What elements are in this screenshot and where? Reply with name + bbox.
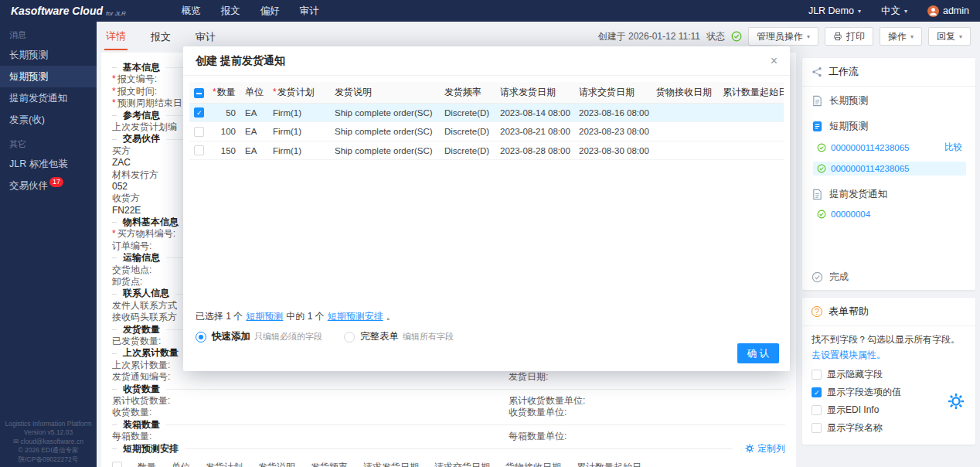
option-show-hidden-fields[interactable]: 显示隐藏字段 — [802, 366, 975, 383]
workflow-step-label: 长期预测 — [829, 94, 868, 107]
user-menu[interactable]: admin — [927, 5, 969, 17]
created-at-text: 创建于 2026-01-12 11:11 — [598, 30, 700, 43]
footer-icp: 陕ICP备09022272号 — [0, 455, 97, 465]
tab-message[interactable]: 报文 — [149, 24, 172, 49]
row-checkbox-cell — [189, 104, 208, 122]
cell-desc: Ship complete order(SC) — [330, 122, 440, 141]
confirm-button[interactable]: 确 认 — [737, 343, 779, 363]
tab-audit[interactable]: 审计 — [194, 24, 217, 49]
option-label: 显示字段名称 — [827, 421, 883, 435]
quick-add-radio[interactable]: 快速添加 只编辑必须的字段 — [196, 330, 322, 343]
schedule-col: 数量 — [138, 461, 156, 467]
checkbox[interactable] — [112, 462, 122, 467]
reply-button[interactable]: 回复 ▾ — [928, 27, 971, 46]
table-row[interactable]: 100 EA Firm(1) Ship complete order(SC) D… — [189, 122, 784, 141]
language-selector[interactable]: 中文 ▾ — [881, 5, 907, 18]
tenant-selector[interactable]: JLR Demo ▾ — [808, 5, 861, 16]
footer-email: ✉ cloud@kasoftware.cn — [0, 438, 97, 447]
schedule-col: 单位 — [172, 461, 190, 467]
sidebar-item-invoice[interactable]: 发票(收) — [0, 109, 97, 131]
row-checkbox[interactable] — [194, 145, 204, 155]
footer-email-text: cloud@kasoftware.cn — [21, 438, 83, 445]
row-checkbox-checked[interactable] — [194, 107, 204, 118]
checkbox-checked[interactable] — [812, 387, 822, 397]
nav-audit[interactable]: 审计 — [300, 5, 319, 18]
row-checkbox-cell — [189, 141, 208, 159]
col-label: 数量 — [217, 87, 236, 97]
field-value: ZAC — [112, 157, 131, 169]
field-label: 交货地点: — [112, 264, 151, 276]
workflow-record[interactable]: 0000000114238065 比较 — [813, 139, 966, 155]
field-value: FN22E — [112, 205, 141, 216]
nav-preferences[interactable]: 偏好 — [260, 5, 280, 18]
form-help-header: ? 表单帮助 — [802, 298, 975, 326]
table-row[interactable]: 150 EA Firm(1) Ship complete order(SC) D… — [189, 141, 784, 159]
workflow-step-short-term[interactable]: 短期预测 — [812, 120, 966, 133]
required-mark: * — [112, 228, 116, 239]
checkbox[interactable] — [812, 405, 822, 415]
field-label-right: 累计收货数量单位: — [509, 395, 585, 407]
operations-label: 操作 — [888, 30, 907, 43]
check-circle-icon — [817, 164, 826, 173]
field-label: 已发货数量: — [112, 336, 161, 347]
compare-link[interactable]: 比较 — [944, 141, 962, 153]
close-icon[interactable]: × — [771, 55, 778, 67]
user-avatar-icon — [927, 5, 939, 17]
schedule-col: 发货计划 — [206, 461, 243, 467]
status-success-icon — [731, 31, 742, 42]
schedule-selection-table: *数量 单位 *发货计划 发货说明 发货频率 请求发货日期 请求交货日期 货物接… — [189, 82, 784, 160]
sidebar-item-long-term-forecast[interactable]: 长期预测 — [0, 44, 97, 66]
cell-plan: Firm(1) — [268, 141, 330, 159]
sidebar-section-messages: 消息 — [0, 22, 97, 44]
row-checkbox[interactable] — [194, 127, 204, 137]
print-button[interactable]: 打印 — [825, 27, 873, 46]
topbar-right: JLR Demo ▾ 中文 ▾ admin — [808, 5, 969, 18]
nav-messages[interactable]: 报文 — [221, 5, 240, 18]
admin-operations-button[interactable]: 管理员操作 ▾ — [748, 27, 818, 46]
sidebar-section-other: 其它 — [0, 131, 97, 153]
selection-text: 。 — [386, 311, 396, 322]
customize-columns-link[interactable]: 定制列 — [745, 443, 785, 455]
select-all-checkbox[interactable] — [194, 88, 204, 98]
workflow-record-selected[interactable]: 0000000114238065 — [813, 162, 966, 176]
checkbox[interactable] — [812, 423, 822, 433]
short-term-forecast-link[interactable]: 短期预测 — [246, 311, 283, 322]
module-settings-link[interactable]: 去设置模块属性。 — [802, 346, 975, 366]
operations-button[interactable]: 操作 ▾ — [880, 27, 922, 46]
cell-plan: Firm(1) — [268, 122, 330, 141]
chevron-down-icon: ▾ — [858, 8, 861, 15]
forecast-schedule-link[interactable]: 短期预测安排 — [328, 311, 383, 322]
form-help-title: 表单帮助 — [829, 305, 869, 319]
option-show-field-names[interactable]: 显示字段名称 — [802, 419, 975, 437]
nav-overview[interactable]: 概览 — [182, 5, 201, 18]
sidebar: 消息 长期预测 短期预测 提前发货通知 发票(收) 其它 JLR 标准包装 交易… — [0, 22, 97, 467]
cell-req-delivery: 2023-08-16 08:00 — [574, 104, 652, 122]
cell-qty: 100 — [208, 122, 240, 141]
full-form-radio[interactable]: 完整表单 编辑所有字段 — [344, 330, 454, 343]
form-field: 累计收货数量:累计收货数量单位: — [112, 395, 785, 407]
chevron-down-icon: ▾ — [807, 33, 810, 40]
divider — [166, 424, 785, 425]
settings-gear-icon[interactable] — [948, 393, 965, 410]
field-label: 累计收货数量: — [112, 395, 170, 407]
col-desc: 发货说明 — [330, 82, 440, 104]
radio-selected[interactable] — [196, 332, 206, 343]
checkbox[interactable] — [812, 370, 822, 380]
cell-req-delivery: 2023-08-30 08:00 — [574, 141, 652, 159]
customize-columns-label: 定制列 — [757, 443, 785, 455]
status-label: 状态 — [706, 30, 725, 43]
sidebar-item-jlr-packaging[interactable]: JLR 标准包装 — [0, 153, 97, 175]
field-label: 买方物料编号: — [117, 228, 175, 240]
table-row[interactable]: 50 EA Firm(1) Ship complete order(SC) Di… — [189, 104, 784, 122]
workflow-step-long-term[interactable]: 长期预测 — [812, 94, 966, 107]
gear-icon — [745, 444, 754, 453]
workflow-step-asn[interactable]: 提前发货通知 — [812, 188, 966, 201]
section-label: 收货数量 — [123, 383, 160, 395]
sidebar-item-short-term-forecast[interactable]: 短期预测 — [0, 66, 97, 87]
sidebar-item-asn[interactable]: 提前发货通知 — [0, 87, 97, 109]
workflow-record[interactable]: 00000004 — [813, 207, 966, 221]
form-field: 发货通知编号:发货日期: — [112, 371, 785, 383]
radio[interactable] — [344, 332, 355, 343]
sidebar-item-trading-partner[interactable]: 交易伙伴17 — [0, 175, 97, 196]
tab-detail[interactable]: 详情 — [104, 23, 128, 50]
